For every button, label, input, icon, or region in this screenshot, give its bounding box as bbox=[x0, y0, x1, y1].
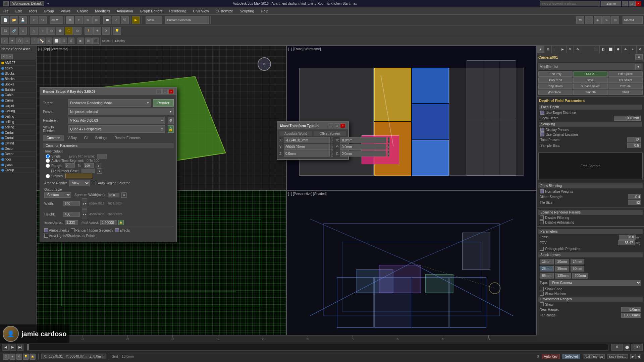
tf-z-off-spin[interactable]: ↕ bbox=[387, 150, 389, 157]
tf-z-abs-spin[interactable]: ↕ bbox=[331, 150, 333, 157]
list-item[interactable]: Curtai bbox=[0, 135, 36, 141]
align-icon[interactable]: ⊡ bbox=[585, 16, 593, 24]
image-aspect-input[interactable] bbox=[65, 220, 78, 225]
next-frame-btn[interactable]: ▶| bbox=[17, 344, 23, 351]
move-icon[interactable]: ✦ bbox=[75, 16, 83, 24]
rtab-hierarchy[interactable]: ⋮ bbox=[552, 46, 559, 53]
material-icon[interactable]: ◈ bbox=[594, 16, 602, 24]
transform-close[interactable]: × bbox=[340, 123, 345, 128]
quad-icon[interactable]: ⊞ bbox=[85, 38, 92, 44]
geo2-icon[interactable]: ⬟ bbox=[56, 27, 64, 35]
area-lights-checkbox[interactable] bbox=[44, 234, 48, 238]
atmospherics-checkbox[interactable] bbox=[44, 228, 48, 232]
edit-spline-btn[interactable]: Edit Spline bbox=[608, 71, 643, 77]
focal-depth-input[interactable] bbox=[614, 116, 641, 121]
list-item[interactable]: Books bbox=[0, 82, 36, 87]
render-dialog-close[interactable]: × bbox=[168, 89, 174, 94]
rtab-icon3[interactable]: ⬜ bbox=[607, 46, 614, 53]
tf-z-abs-input[interactable] bbox=[284, 150, 330, 157]
schematic-icon[interactable]: ⊞ bbox=[611, 16, 619, 24]
rtab-icon2[interactable]: ◧ bbox=[600, 46, 607, 53]
env-show-checkbox[interactable] bbox=[540, 302, 544, 306]
ortho-checkbox[interactable] bbox=[540, 247, 544, 251]
obj-icon[interactable]: □ bbox=[23, 38, 30, 44]
menu-edit[interactable]: Edit bbox=[14, 9, 23, 13]
snap-icon[interactable]: 🔲 bbox=[103, 16, 111, 24]
selection-filter[interactable]: All ▼ bbox=[50, 16, 63, 24]
range-to-input[interactable] bbox=[84, 163, 94, 168]
key-mode-btn[interactable]: ⬤ bbox=[624, 344, 630, 351]
tab-render-elements[interactable]: Render Elements bbox=[111, 135, 144, 141]
maximize-button[interactable]: □ bbox=[629, 1, 635, 6]
add-time-tag-btn[interactable]: Add Time Tag bbox=[583, 354, 605, 359]
ring-icon[interactable]: ⊙ bbox=[73, 27, 82, 35]
fd-select-btn[interactable]: FD Select bbox=[608, 77, 643, 83]
menu-rendering[interactable]: Rendering bbox=[168, 9, 188, 13]
vray-icon[interactable]: V bbox=[1, 38, 8, 44]
lnm-btn[interactable]: LNM M... bbox=[573, 71, 607, 77]
pyramid-icon[interactable]: △ bbox=[30, 27, 38, 35]
list-item[interactable]: Cylind bbox=[0, 141, 36, 146]
list-item[interactable]: ceiling bbox=[0, 114, 36, 119]
list-item[interactable]: ceiling bbox=[0, 125, 36, 130]
box-icon[interactable]: ⬜ bbox=[53, 38, 60, 44]
lens-20-btn[interactable]: 20mm bbox=[555, 259, 569, 264]
ctrl-icon[interactable]: ⊡ bbox=[60, 38, 67, 44]
view-lock-btn[interactable]: 🔒 bbox=[168, 125, 174, 133]
aperture-spin[interactable]: ⊞ bbox=[121, 192, 127, 198]
geo3-icon[interactable]: ⬡ bbox=[65, 27, 73, 35]
frame-end-input[interactable] bbox=[631, 344, 643, 351]
menu-scripting[interactable]: Scripting bbox=[238, 9, 256, 13]
menu-views[interactable]: Views bbox=[59, 9, 72, 13]
menu-tools[interactable]: Tools bbox=[27, 9, 39, 13]
range-from-input[interactable] bbox=[65, 163, 75, 168]
autokey-button[interactable]: Auto Key bbox=[542, 354, 560, 359]
cap-holes-btn[interactable]: Cap Holes bbox=[538, 83, 573, 89]
menu-file[interactable]: File bbox=[1, 9, 10, 13]
rtab-create[interactable]: ✦ bbox=[537, 46, 544, 53]
menu-animation[interactable]: Animation bbox=[115, 9, 135, 13]
show-cone-checkbox[interactable] bbox=[540, 287, 544, 291]
rtab-icon5[interactable]: ⊕ bbox=[622, 46, 629, 53]
status-icon2[interactable]: ◈ bbox=[9, 354, 15, 360]
ydisplace-btn[interactable]: yDisplace... bbox=[538, 89, 573, 95]
sign-in-button[interactable]: Sign In bbox=[601, 1, 621, 6]
every-nth-input[interactable] bbox=[97, 154, 107, 159]
viewport-top-right[interactable]: [+] [Front] [Wireframe] bbox=[286, 46, 537, 190]
minimize-button[interactable]: — bbox=[622, 1, 628, 6]
snap-angle-icon[interactable]: ⊿ bbox=[112, 16, 120, 24]
tf-x-abs-input[interactable] bbox=[284, 137, 330, 143]
active-segment-radio[interactable] bbox=[46, 159, 50, 163]
hier-icon[interactable]: ⋮ bbox=[31, 38, 38, 44]
render2-icon[interactable]: ▶ bbox=[77, 38, 84, 44]
tf-x-abs-spin[interactable]: ↕ bbox=[331, 137, 333, 143]
transform-minimize[interactable]: — bbox=[328, 123, 333, 128]
tab-vray[interactable]: V-Ray bbox=[64, 135, 80, 141]
light-icon[interactable]: 💡 bbox=[113, 27, 121, 35]
lens-15-btn[interactable]: 15mm bbox=[540, 259, 554, 264]
disable-aa-checkbox[interactable] bbox=[540, 220, 544, 224]
lens-135-btn[interactable]: 135mm bbox=[555, 273, 571, 279]
app-icon[interactable]: ⬛ bbox=[3, 1, 9, 6]
menu-civil-view[interactable]: Civil View bbox=[192, 9, 210, 13]
lens-24-btn[interactable]: 24mm bbox=[571, 259, 585, 264]
list-item[interactable]: Decor bbox=[0, 152, 36, 157]
shell-btn[interactable]: Shell bbox=[608, 89, 643, 95]
key-filters-btn[interactable]: Key Filters... bbox=[607, 354, 628, 359]
circ-icon[interactable]: ⊕ bbox=[46, 38, 52, 44]
menu-modifiers[interactable]: Modifiers bbox=[94, 9, 111, 13]
subobj-icon[interactable]: ⬡ bbox=[16, 38, 23, 44]
view-dropdown[interactable]: View bbox=[146, 16, 162, 24]
rtab-display[interactable]: 👁 bbox=[567, 46, 574, 53]
menu-graph-editors[interactable]: Graph Editors bbox=[139, 9, 164, 13]
status-icon5[interactable]: 🔒 bbox=[30, 354, 36, 360]
auto-region-checkbox[interactable] bbox=[92, 181, 96, 185]
list-item[interactable]: Came bbox=[0, 98, 36, 103]
tab-common[interactable]: Common bbox=[43, 135, 64, 141]
tile-input[interactable] bbox=[628, 200, 641, 205]
list-item[interactable]: ceiling bbox=[0, 119, 36, 125]
status-icon1[interactable]: ⬡ bbox=[3, 354, 9, 360]
list-item[interactable]: Curtai bbox=[0, 130, 36, 135]
viewport-bottom-right[interactable]: [+] [Perspective] [Shaded] bbox=[286, 190, 537, 335]
fly-icon[interactable]: ✈ bbox=[93, 27, 101, 35]
